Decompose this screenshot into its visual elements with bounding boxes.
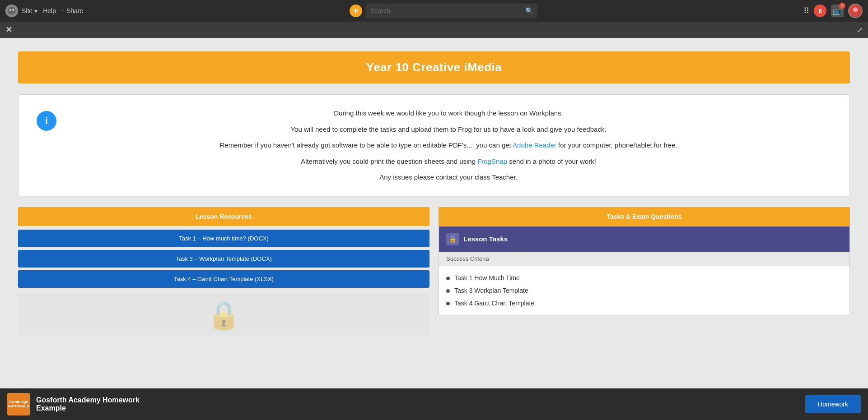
bottom-title-line1: Gosforth Academy Homework [36,396,140,404]
info-box: i During this week we would like you to … [18,94,850,196]
info-line4-after: send in a photo of your work! [507,157,596,165]
secondary-bar: ✕ ⤢ [0,22,868,38]
top-navbar: Site ▾ Help ↑ Share + 🔍 ⠿ 6 📺 2 [0,0,868,22]
watermark-icon: 🔒 [207,299,241,331]
search-input[interactable] [370,7,522,14]
frogsnap-link[interactable]: FrogSnap [477,157,507,165]
site-arrow: ▾ [34,7,37,14]
info-line3: Remember if you haven't already got soft… [65,139,831,151]
task-list: Task 1 How Much Time Task 3 Workplan Tem… [439,266,849,315]
cambridge-logo: CambridgeNATIONALS [7,393,30,415]
left-column: Lesson Resources Task 1 – How much time?… [18,207,429,336]
tasks-panel: 🔒 Lesson Tasks Success Criteria Task 1 H… [439,226,850,315]
bottom-title: Gosforth Academy Homework Example [36,396,140,412]
search-icon: 🔍 [525,7,533,14]
adobe-reader-link[interactable]: Adobe Reader [513,141,556,149]
badge-count: 6 [814,5,826,17]
info-line5: Any issues please contact your class Tea… [65,171,831,183]
grid-icon[interactable]: ⠿ [803,6,809,16]
expand-button[interactable]: ⤢ [857,26,863,34]
lesson-tasks-title: Lesson Tasks [463,235,508,243]
main-content: Year 10 Creative iMedia i During this we… [0,38,868,390]
badge-button[interactable]: 6 [814,5,826,17]
search-bar: 🔍 [366,4,537,18]
site-menu[interactable]: Site ▾ [22,7,37,14]
info-icon: i [37,111,56,131]
svg-point-2 [12,9,14,11]
page-title-banner: Year 10 Creative iMedia [18,51,850,83]
task-bullet-0 [446,277,450,280]
share-button[interactable]: ↑ Share [61,7,83,14]
avatar[interactable] [848,4,863,18]
info-line2: You will need to complete the tasks and … [65,124,831,135]
resource-btn-2[interactable]: Task 4 – Gantt Chart Template (XLSX) [18,270,429,288]
lesson-resources-label: Lesson Resources [196,213,252,220]
close-button[interactable]: ✕ [5,25,12,35]
tasks-exam-label: Tasks & Exam Questions [607,213,681,220]
success-criteria-label: Success Criteria [446,255,489,262]
info-line3-after: for your computer, phone/tablet for free… [556,141,677,149]
info-line4: Alternatively you could print the questi… [65,156,831,167]
watermark-area: 🔒 [18,294,429,336]
topnav-right: ⠿ 6 📺 2 [803,4,863,18]
help-link[interactable]: Help [43,7,56,14]
resource-btn-1[interactable]: Task 3 – Workplan Template (DOCX) [18,250,429,268]
two-col-layout: Lesson Resources Task 1 – How much time?… [18,207,850,336]
tasks-exam-header: Tasks & Exam Questions [439,207,850,226]
task-item-0: Task 1 How Much Time [446,272,842,284]
notif-count: 2 [839,3,845,9]
svg-point-3 [853,7,858,12]
info-line4-before: Alternatively you could print the questi… [301,157,477,165]
success-criteria-bar: Success Criteria [439,252,849,266]
svg-point-0 [8,7,16,15]
bottom-title-line2: Example [36,404,140,412]
svg-point-4 [851,12,859,18]
task-bullet-2 [446,302,450,305]
task-text-2: Task 4 Gantt Chart Template [454,300,534,307]
task-text-1: Task 3 Workplan Template [454,287,528,294]
info-text-block: During this week we would like you to wo… [65,107,831,183]
task-item-2: Task 4 Gantt Chart Template [446,297,842,309]
frog-logo [5,5,18,17]
task-text-0: Task 1 How Much Time [454,274,520,282]
tasks-panel-header: 🔒 Lesson Tasks [439,226,849,252]
svg-point-1 [9,9,11,11]
site-label: Site [22,7,33,14]
task-bullet-1 [446,289,450,293]
task-item-1: Task 3 Workplan Template [446,284,842,297]
resource-btn-0[interactable]: Task 1 – How much time? (DOCX) [18,230,429,247]
resource-list: Task 1 – How much time? (DOCX) Task 3 – … [18,226,429,294]
cambridge-logo-text: CambridgeNATIONALS [8,400,29,408]
add-button[interactable]: + [350,5,362,17]
right-column: Tasks & Exam Questions 🔒 Lesson Tasks Su… [439,207,850,336]
homework-button[interactable]: Homework [805,395,861,413]
share-icon: ↑ [61,7,65,14]
notifications-button[interactable]: 📺 2 [831,5,844,17]
lesson-resources-header: Lesson Resources [18,207,429,226]
topnav-center: + 🔍 [87,4,800,18]
info-line1: During this week we would like you to wo… [65,107,831,119]
page-title: Year 10 Creative iMedia [27,60,841,74]
lesson-tasks-icon: 🔒 [446,233,459,245]
info-line3-before: Remember if you haven't already got soft… [219,141,513,149]
bottom-bar: CambridgeNATIONALS Gosforth Academy Home… [0,388,868,420]
share-label: Share [66,7,83,14]
